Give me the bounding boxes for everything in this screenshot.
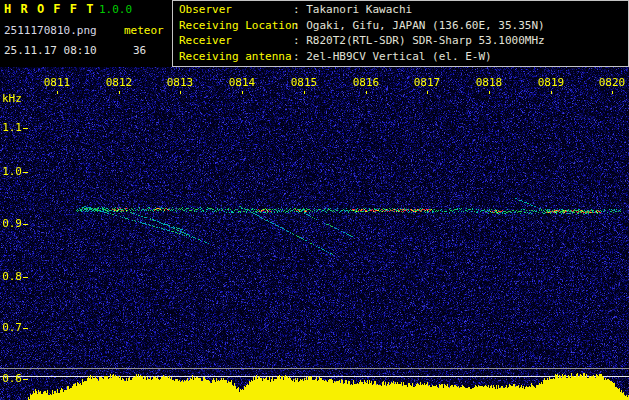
x-axis-label-0815: 0815	[291, 76, 318, 89]
app-info: H R O F F T 1.0.0 2511170810.png meteor …	[0, 0, 172, 67]
station-row-1: Receiving Location: Ogaki, Gifu, JAPAN (…	[179, 18, 628, 34]
x-axis-label-0817: 0817	[414, 76, 441, 89]
station-value-2: : R820T2(RTL-SDR) SDR-Sharp 53.1000MHz	[293, 34, 545, 47]
spectrogram-area: kHz 081108120813081408150816081708180819…	[0, 67, 629, 400]
y-axis-label-0.6: 0.6	[0, 372, 22, 385]
x-axis-label-0816: 0816	[353, 76, 380, 89]
hrofft-window: H R O F F T 1.0.0 2511170810.png meteor …	[0, 0, 629, 400]
x-axis-label-0812: 0812	[106, 76, 133, 89]
output-filename: 2511170810.png	[4, 24, 97, 37]
app-title: H R O F F T	[4, 2, 94, 16]
x-axis-label-0814: 0814	[229, 76, 256, 89]
app-version: 1.0.0	[99, 3, 132, 16]
station-label-3: Receiving antenna	[179, 49, 293, 65]
y-axis-unit-label: kHz	[2, 92, 22, 105]
station-row-0: Observer: Takanori Kawachi	[179, 2, 628, 18]
y-axis-label-1.1: 1.1	[0, 121, 22, 134]
header-bar: H R O F F T 1.0.0 2511170810.png meteor …	[0, 0, 629, 67]
station-row-3: Receiving antenna: 2el-HB9CV Vertical (e…	[179, 49, 628, 65]
observation-datetime: 25.11.17 08:10	[4, 44, 97, 57]
spectrogram-canvas	[0, 67, 629, 400]
x-axis-label-0813: 0813	[167, 76, 194, 89]
observation-mode-label: meteor	[124, 24, 164, 37]
station-label-1: Receiving Location	[179, 18, 293, 34]
station-label-0: Observer	[179, 2, 293, 18]
y-axis-label-0.8: 0.8	[0, 270, 22, 283]
x-axis-label-0818: 0818	[476, 76, 503, 89]
station-label-2: Receiver	[179, 33, 293, 49]
y-axis-label-0.9: 0.9	[0, 217, 22, 230]
y-axis-label-0.7: 0.7	[0, 321, 22, 334]
station-value-3: : 2el-HB9CV Vertical (el. E-W)	[293, 50, 492, 63]
echo-count: 36	[133, 44, 146, 57]
y-axis-label-1.0: 1.0	[0, 165, 22, 178]
x-axis-label-0820: 0820	[599, 76, 626, 89]
station-value-0: : Takanori Kawachi	[293, 3, 412, 16]
x-axis-label-0819: 0819	[538, 76, 565, 89]
station-info: Observer: Takanori KawachiReceiving Loca…	[172, 0, 629, 67]
x-axis-label-0811: 0811	[44, 76, 71, 89]
station-value-1: : Ogaki, Gifu, JAPAN (136.60E, 35.35N)	[293, 19, 545, 32]
station-row-2: Receiver: R820T2(RTL-SDR) SDR-Sharp 53.1…	[179, 33, 628, 49]
